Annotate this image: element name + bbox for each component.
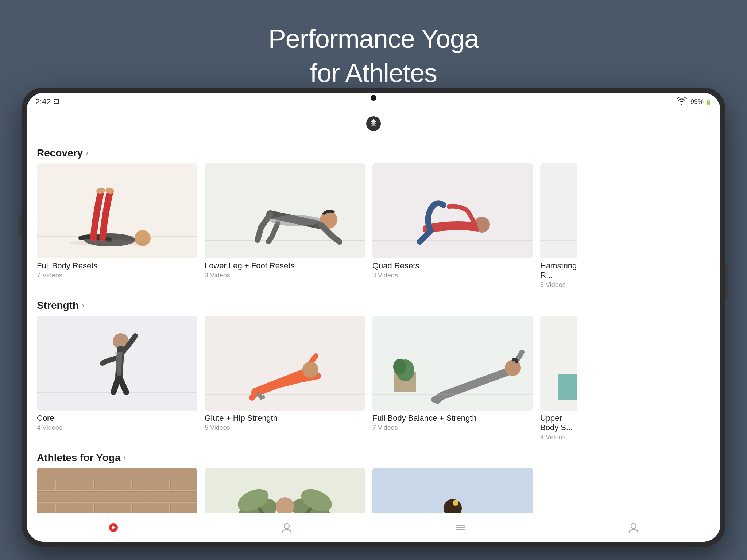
tab-profile[interactable] — [272, 522, 301, 533]
video-card-athlete-2[interactable] — [205, 468, 365, 513]
strength-video-row: Core 4 Videos — [27, 316, 720, 441]
svg-rect-13 — [372, 240, 533, 241]
tablet-screen: 2:42 🖼 99% 🔋 — [27, 93, 720, 542]
recovery-chevron-icon: › — [86, 148, 88, 158]
video-card-athlete-1[interactable] — [37, 468, 197, 513]
svg-rect-46 — [151, 491, 197, 502]
menu-icon — [454, 522, 467, 533]
tab-bar — [27, 513, 720, 542]
svg-point-26 — [393, 359, 406, 375]
status-time: 2:42 🖼 — [35, 97, 60, 106]
tab-home[interactable] — [99, 522, 128, 533]
video-title-core: Core — [37, 413, 197, 423]
video-thumbnail-core — [37, 316, 197, 411]
video-count-upper-body: 4 Videos — [540, 433, 577, 441]
svg-point-27 — [505, 360, 521, 376]
video-count-lower-leg: 3 Videos — [205, 272, 365, 279]
video-card-hamstring[interactable]: Hamstring R... 6 Videos — [540, 163, 577, 289]
video-thumbnail-athlete-1 — [37, 468, 197, 513]
recovery-video-row: Full Body Resets 7 Videos — [27, 163, 720, 289]
athletes-for-yoga-section: Athletes for Yoga › — [27, 448, 720, 513]
status-icons: 99% 🔋 — [677, 97, 712, 107]
recovery-title: Recovery — [37, 147, 83, 159]
video-card-quad-resets[interactable]: Quad Resets 3 Videos — [372, 163, 533, 289]
svg-rect-40 — [94, 480, 131, 490]
svg-rect-34 — [37, 468, 73, 478]
video-count-core: 4 Videos — [37, 424, 197, 432]
strength-title: Strength — [37, 300, 79, 311]
strength-section: Strength › — [27, 296, 720, 441]
svg-point-22 — [302, 362, 318, 378]
video-title-lower-leg: Lower Leg + Foot Resets — [205, 261, 365, 271]
page-background: Performance Yoga for Athletes 2:42 🖼 — [0, 0, 747, 560]
athletes-video-row — [27, 468, 720, 513]
svg-rect-48 — [57, 503, 93, 513]
svg-rect-51 — [170, 503, 197, 513]
video-card-upper-body[interactable]: Upper Body S... 4 Videos — [540, 316, 577, 441]
strength-chevron-icon: › — [82, 301, 84, 310]
video-title-glute-hip: Glute + Hip Strength — [205, 413, 365, 423]
svg-rect-47 — [37, 503, 55, 513]
video-card-full-body-balance[interactable]: Full Body Balance + Strength 7 Videos — [372, 316, 533, 441]
recovery-section-header[interactable]: Recovery › — [27, 144, 720, 163]
video-title-full-body-balance: Full Body Balance + Strength — [372, 413, 533, 423]
strength-section-header[interactable]: Strength › — [27, 296, 720, 316]
video-count-full-body-resets: 7 Videos — [37, 272, 197, 279]
svg-rect-20 — [205, 316, 365, 411]
video-thumbnail-full-body-resets — [37, 163, 197, 258]
tablet-frame: 2:42 🖼 99% 🔋 — [22, 88, 725, 547]
video-title-hamstring: Hamstring R... — [540, 261, 577, 280]
video-thumbnail-upper-body — [540, 316, 577, 411]
app-title: Performance Yoga for Athletes — [268, 22, 479, 90]
account-icon — [627, 522, 640, 533]
svg-rect-49 — [94, 503, 131, 513]
video-card-full-body-resets[interactable]: Full Body Resets 7 Videos — [37, 163, 197, 289]
svg-point-7 — [70, 240, 150, 246]
svg-rect-15 — [540, 163, 577, 258]
svg-rect-36 — [113, 468, 149, 478]
video-card-glute-hip[interactable]: Glute + Hip Strength 5 Videos — [205, 316, 365, 441]
svg-rect-38 — [37, 480, 55, 490]
svg-rect-12 — [372, 163, 533, 258]
svg-rect-50 — [132, 503, 169, 513]
svg-rect-39 — [57, 480, 93, 490]
video-card-lower-leg[interactable]: Lower Leg + Foot Resets 3 Videos — [205, 163, 365, 289]
svg-rect-42 — [170, 480, 197, 490]
svg-point-85 — [453, 500, 458, 506]
svg-rect-37 — [151, 468, 197, 478]
app-logo-icon — [366, 116, 381, 131]
video-card-athlete-3[interactable] — [372, 468, 533, 513]
video-count-hamstring: 6 Videos — [540, 281, 577, 289]
power-button — [725, 262, 728, 299]
svg-rect-43 — [37, 491, 73, 502]
video-count-glute-hip: 5 Videos — [205, 424, 365, 432]
svg-rect-41 — [132, 480, 169, 490]
profile-icon — [280, 522, 293, 533]
svg-rect-44 — [75, 491, 111, 502]
app-header — [27, 111, 720, 136]
tab-menu[interactable] — [446, 522, 475, 533]
svg-rect-28 — [372, 394, 533, 395]
video-title-full-body-resets: Full Body Resets — [37, 261, 197, 271]
play-icon — [107, 522, 120, 533]
video-card-core[interactable]: Core 4 Videos — [37, 316, 197, 441]
athletes-section-header[interactable]: Athletes for Yoga › — [27, 448, 720, 468]
video-count-quad-resets: 3 Videos — [372, 272, 533, 279]
wifi-icon — [677, 97, 687, 107]
video-thumbnail-hamstring — [540, 163, 577, 258]
video-thumbnail-athlete-2 — [205, 468, 365, 513]
video-thumbnail-athlete-3 — [372, 468, 533, 513]
app-content[interactable]: Recovery › — [27, 136, 720, 513]
recovery-section: Recovery › — [27, 144, 720, 289]
video-thumbnail-full-body-balance — [372, 316, 533, 411]
svg-point-11 — [270, 215, 321, 226]
svg-rect-18 — [37, 392, 197, 393]
video-count-full-body-balance: 7 Videos — [372, 424, 533, 432]
video-thumbnail-glute-hip — [205, 316, 365, 411]
video-thumbnail-quad-resets — [372, 163, 533, 258]
battery-indicator: 99% 🔋 — [690, 98, 712, 106]
tab-account[interactable] — [619, 522, 648, 533]
athletes-chevron-icon: › — [123, 453, 126, 463]
svg-point-88 — [284, 524, 289, 529]
video-title-upper-body: Upper Body S... — [540, 413, 577, 432]
